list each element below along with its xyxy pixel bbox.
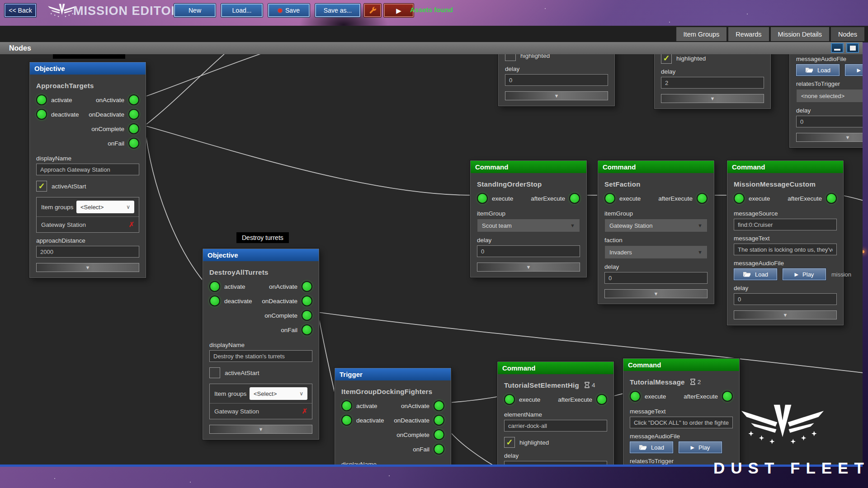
play-audio-button[interactable]: ▶ Play xyxy=(845,64,863,76)
delay-input[interactable] xyxy=(661,77,764,89)
collapse-handle[interactable]: ▼ xyxy=(796,133,863,142)
messagesource-input[interactable] xyxy=(734,219,837,230)
elementname-input[interactable] xyxy=(504,420,607,432)
port-deactivate[interactable] xyxy=(36,109,47,120)
collapse-handle[interactable]: ▼ xyxy=(505,91,608,100)
node-header[interactable]: Command xyxy=(498,362,613,374)
port-onactivate[interactable] xyxy=(128,94,139,105)
port-afterexecute[interactable] xyxy=(697,193,708,204)
tab-rewards[interactable]: Rewards xyxy=(728,27,769,41)
node-trigger-itemgroup-docking-fighters[interactable]: Trigger ItemGroupDockingFighters activat… xyxy=(335,368,451,465)
port-afterexecute[interactable] xyxy=(722,391,733,402)
delay-input[interactable] xyxy=(505,74,608,86)
port-ondeactivate[interactable] xyxy=(434,415,444,426)
remove-item-group-icon[interactable]: ✗ xyxy=(128,221,134,229)
tab-item-groups[interactable]: Item Groups xyxy=(676,27,727,41)
node-header[interactable]: Objective xyxy=(203,249,319,261)
delay-input[interactable] xyxy=(796,116,863,127)
highlighted-checkbox[interactable]: ✓ xyxy=(504,437,515,448)
faction-dropdown[interactable]: Invaders ▼ xyxy=(604,245,708,259)
port-onactivate[interactable] xyxy=(302,281,312,292)
port-activate[interactable] xyxy=(209,281,220,292)
activeatstart-checkbox[interactable]: ✓ xyxy=(209,367,220,378)
approachdistance-input[interactable] xyxy=(36,246,139,258)
node-header[interactable]: Trigger xyxy=(335,368,451,380)
port-afterexecute[interactable] xyxy=(569,193,580,204)
node-command-mission-message-custom[interactable]: Command MissionMessageCustom execute aft… xyxy=(727,160,844,325)
messagetext-input[interactable] xyxy=(630,417,733,428)
collapse-handle[interactable]: ▼ xyxy=(734,310,837,319)
messagetext-input[interactable] xyxy=(734,244,837,255)
highlighted-checkbox[interactable]: ✓ xyxy=(505,54,516,61)
node-partial-top-middle[interactable]: ✓ highlighted delay ▼ xyxy=(654,54,771,109)
node-command-standing-order-stop[interactable]: Command StandIngOrderStop execute afterE… xyxy=(470,160,587,277)
delay-input[interactable] xyxy=(604,272,708,284)
minimize-button[interactable] xyxy=(831,43,844,53)
load-audio-button[interactable]: Load xyxy=(734,268,777,280)
collapse-handle[interactable]: ▼ xyxy=(36,263,139,272)
collapse-handle[interactable]: ▼ xyxy=(477,263,580,272)
port-activate[interactable] xyxy=(36,94,47,105)
delay-input[interactable] xyxy=(477,245,580,257)
port-execute[interactable] xyxy=(630,391,641,402)
port-oncomplete[interactable] xyxy=(434,429,444,440)
port-deactivate[interactable] xyxy=(341,415,352,426)
port-ondeactivate[interactable] xyxy=(128,109,139,120)
displayname-input[interactable] xyxy=(36,164,139,175)
port-afterexecute[interactable] xyxy=(826,193,837,204)
port-onfail[interactable] xyxy=(302,324,312,335)
tab-nodes[interactable]: Nodes xyxy=(831,27,864,41)
remove-item-group-icon[interactable]: ✗ xyxy=(302,407,307,415)
collapse-handle[interactable]: ▼ xyxy=(661,94,764,103)
port-afterexecute[interactable] xyxy=(596,394,607,405)
node-header[interactable]: Objective xyxy=(30,62,146,75)
save-as-button[interactable]: Save as... xyxy=(315,4,360,17)
new-button[interactable]: New xyxy=(174,4,216,17)
node-header[interactable]: Command xyxy=(727,161,843,173)
item-groups-select[interactable]: <Select> ∨ xyxy=(76,201,134,213)
load-audio-button[interactable]: Load xyxy=(630,441,673,453)
back-button[interactable]: << Back xyxy=(5,4,36,17)
port-execute[interactable] xyxy=(604,193,615,204)
node-partial-top-left[interactable]: ✓ highlighted delay ▼ xyxy=(498,54,615,106)
item-groups-select[interactable]: <Select> ∨ xyxy=(250,387,307,400)
itemgroup-dropdown[interactable]: Gateway Station ▼ xyxy=(604,219,708,232)
port-onfail[interactable] xyxy=(434,444,444,455)
node-partial-top-right[interactable]: messageAudioFile Load ▶ Play relatesToTr… xyxy=(789,54,863,148)
collapse-handle[interactable]: ▼ xyxy=(604,289,708,298)
load-button[interactable]: Load... xyxy=(221,4,263,17)
collapse-handle[interactable]: ▼ xyxy=(209,425,312,434)
port-oncomplete[interactable] xyxy=(302,310,312,321)
play-audio-button[interactable]: ▶ Play xyxy=(679,441,722,453)
node-command-tutorial-set-element-highlight[interactable]: Command TutorialSetElementHig 4 execute … xyxy=(497,361,614,465)
delay-input[interactable] xyxy=(734,293,837,305)
port-execute[interactable] xyxy=(504,394,515,405)
node-objective-destroy-all-turrets[interactable]: Objective DestroyAllTurrets activate onA… xyxy=(203,249,319,440)
node-command-tutorial-message[interactable]: Command TutorialMessage 2 execute afterE… xyxy=(623,358,740,465)
itemgroup-dropdown[interactable]: Scout team ▼ xyxy=(477,219,580,232)
panel-titlebar[interactable]: Nodes xyxy=(0,42,863,54)
port-activate[interactable] xyxy=(341,400,352,411)
node-canvas[interactable]: Objective ApproachTargets activate onAct… xyxy=(0,54,863,465)
maximize-button[interactable] xyxy=(846,43,859,53)
relatestotrigger-dropdown[interactable]: <none selected> ▼ xyxy=(796,89,863,103)
delay-input[interactable] xyxy=(504,461,607,465)
port-execute[interactable] xyxy=(734,193,745,204)
node-header[interactable]: Command xyxy=(471,161,586,173)
activeatstart-checkbox[interactable]: ✓ xyxy=(36,181,47,192)
port-deactivate[interactable] xyxy=(209,296,220,306)
port-onactivate[interactable] xyxy=(434,400,444,411)
highlighted-checkbox[interactable]: ✓ xyxy=(661,54,672,64)
load-audio-button[interactable]: Load xyxy=(796,64,840,76)
port-ondeactivate[interactable] xyxy=(302,296,312,306)
node-command-set-faction[interactable]: Command SetFaction execute afterExecute … xyxy=(598,160,714,304)
node-header[interactable]: Command xyxy=(623,359,739,371)
run-mission-button[interactable]: ▶ xyxy=(384,4,414,17)
settings-wrench-button[interactable] xyxy=(364,4,381,17)
port-execute[interactable] xyxy=(477,193,488,204)
play-audio-button[interactable]: ▶ Play xyxy=(783,268,826,280)
node-header[interactable]: Command xyxy=(598,161,714,173)
displayname-input[interactable] xyxy=(209,350,312,362)
port-oncomplete[interactable] xyxy=(128,123,139,134)
save-button[interactable]: Save xyxy=(268,4,310,17)
